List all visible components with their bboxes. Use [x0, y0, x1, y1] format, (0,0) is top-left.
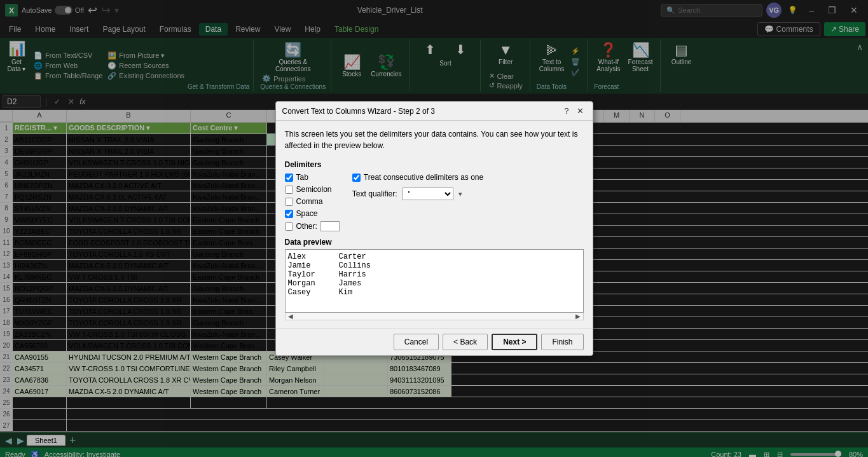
preview-cell-jamie: Jamie	[288, 261, 339, 270]
tab-checkbox-row[interactable]: Tab	[285, 173, 340, 182]
dialog-title-buttons: ? ✕	[561, 106, 586, 116]
dialog-overlay: Convert Text to Columns Wizard - Step 2 …	[0, 0, 868, 457]
text-qualifier-row: Text qualifier: " ' {none} ▾	[352, 188, 483, 200]
space-label: Space	[296, 209, 318, 218]
treat-consecutive-row[interactable]: Treat consecutive delimiters as one	[352, 173, 483, 182]
comma-label: Comma	[296, 197, 323, 206]
back-button[interactable]: < Back	[443, 334, 488, 350]
preview-cell-harris: Harris	[339, 270, 390, 279]
space-checkbox[interactable]	[285, 210, 293, 218]
preview-row-2: Jamie Collins	[288, 261, 581, 270]
preview-scrollbar[interactable]: ◀ ▶	[285, 313, 584, 320]
other-input[interactable]	[320, 221, 340, 231]
data-preview-box: Alex Carter Jamie Collins Taylor Harris …	[285, 249, 584, 313]
other-checkbox-row[interactable]: Other:	[285, 221, 340, 231]
space-checkbox-row[interactable]: Space	[285, 209, 340, 218]
preview-row-3: Taylor Harris	[288, 270, 581, 279]
comma-checkbox-row[interactable]: Comma	[285, 197, 340, 206]
finish-button[interactable]: Finish	[541, 334, 583, 350]
preview-cell-taylor: Taylor	[288, 270, 339, 279]
next-button[interactable]: Next >	[492, 334, 537, 350]
dialog-description: This screen lets you set the delimiters …	[285, 128, 584, 151]
preview-row-1: Alex Carter	[288, 252, 581, 261]
cancel-button[interactable]: Cancel	[394, 334, 439, 350]
dialog-close-btn[interactable]: ✕	[574, 106, 586, 116]
scroll-left-arrow[interactable]: ◀	[286, 313, 296, 320]
tab-label: Tab	[296, 173, 308, 182]
delimiters-section: Delimiters Tab Semicolon Com	[285, 160, 584, 231]
preview-cell-carter: Carter	[339, 252, 390, 261]
dialog-title: Convert Text to Columns Wizard - Step 2 …	[282, 107, 436, 116]
delimiters-label: Delimiters	[285, 160, 584, 169]
scroll-right-arrow[interactable]: ▶	[573, 313, 583, 320]
semicolon-checkbox-row[interactable]: Semicolon	[285, 185, 340, 194]
preview-cell-morgan: Morgan	[288, 279, 339, 288]
dialog-help-btn[interactable]: ?	[561, 106, 571, 116]
text-qualifier-label: Text qualifier:	[352, 189, 397, 198]
treat-consecutive-label: Treat consecutive delimiters as one	[364, 173, 483, 182]
dialog-body: This screen lets you set the delimiters …	[276, 121, 593, 328]
tq-dropdown-arrow: ▾	[458, 190, 462, 198]
dialog-footer: Cancel < Back Next > Finish	[276, 328, 593, 355]
text-qualifier-select[interactable]: " ' {none}	[403, 188, 453, 200]
preview-row-4: Morgan James	[288, 279, 581, 288]
delimiters-col-right: Treat consecutive delimiters as one Text…	[352, 173, 483, 231]
preview-cell-kim: Kim	[339, 288, 390, 297]
preview-cell-james: James	[339, 279, 390, 288]
text-to-columns-dialog: Convert Text to Columns Wizard - Step 2 …	[275, 101, 593, 356]
other-checkbox[interactable]	[285, 222, 293, 231]
tab-checkbox[interactable]	[285, 174, 293, 182]
preview-row-5: Casey Kim	[288, 288, 581, 297]
preview-cell-casey: Casey	[288, 288, 339, 297]
preview-cell-alex: Alex	[288, 252, 339, 261]
semicolon-label: Semicolon	[296, 185, 332, 194]
delimiters-grid: Tab Semicolon Comma Space	[285, 173, 584, 231]
semicolon-checkbox[interactable]	[285, 186, 293, 194]
delimiters-col-left: Tab Semicolon Comma Space	[285, 173, 340, 231]
treat-consecutive-checkbox[interactable]	[352, 174, 361, 182]
other-label: Other:	[296, 222, 317, 231]
dialog-title-bar: Convert Text to Columns Wizard - Step 2 …	[276, 102, 593, 121]
preview-cell-collins: Collins	[339, 261, 390, 270]
data-preview-label: Data preview	[285, 238, 584, 247]
comma-checkbox[interactable]	[285, 198, 293, 206]
